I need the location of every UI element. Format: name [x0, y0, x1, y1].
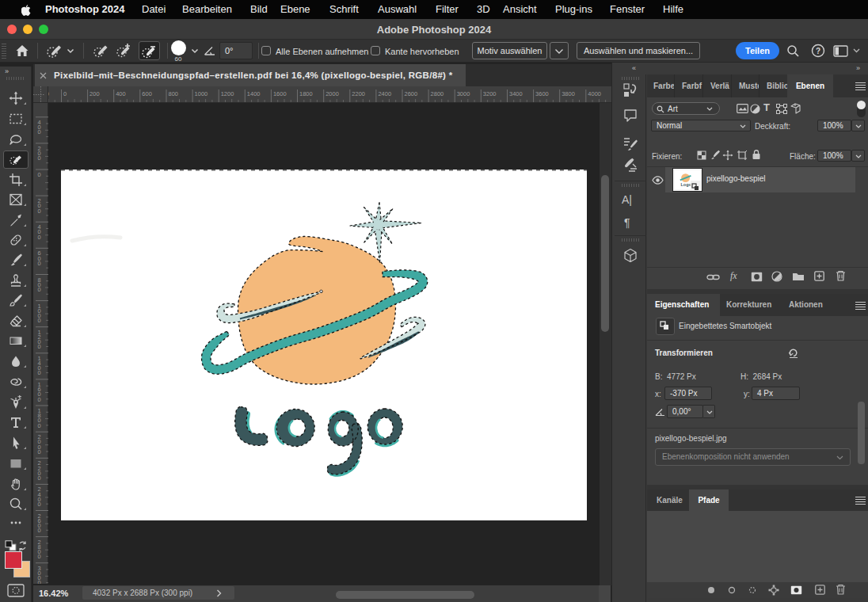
svg-text:2000: 2000 — [38, 433, 41, 455]
svg-text:4000: 4000 — [588, 90, 601, 97]
svg-text:2800: 2800 — [431, 90, 444, 97]
svg-text:3600: 3600 — [535, 90, 549, 97]
svg-text:1000: 1000 — [38, 303, 41, 325]
svg-text:2000: 2000 — [326, 90, 339, 97]
svg-text:3800: 3800 — [562, 90, 575, 97]
svg-text:400: 400 — [38, 223, 41, 240]
svg-text:2800: 2800 — [38, 539, 41, 561]
svg-text:2400: 2400 — [378, 90, 391, 97]
svg-text:1400: 1400 — [38, 355, 41, 377]
svg-text:600: 600 — [142, 90, 152, 97]
svg-text:-200: -200 — [48, 90, 49, 97]
svg-text:0: 0 — [38, 171, 41, 178]
svg-text:2200: 2200 — [38, 459, 41, 482]
svg-text:200: 200 — [89, 90, 100, 97]
svg-text:1800: 1800 — [299, 90, 313, 97]
svg-text:800: 800 — [169, 90, 179, 97]
svg-text:200: 200 — [38, 145, 41, 162]
svg-text:2200: 2200 — [352, 90, 365, 97]
svg-text:2600: 2600 — [405, 90, 418, 97]
svg-text:400: 400 — [38, 119, 41, 135]
svg-text:3000: 3000 — [457, 90, 470, 97]
svg-text:600: 600 — [38, 250, 41, 266]
svg-text:1800: 1800 — [38, 407, 41, 429]
svg-text:1200: 1200 — [38, 329, 41, 351]
svg-text:0: 0 — [63, 90, 67, 97]
svg-text:3200: 3200 — [483, 90, 497, 97]
svg-text:1600: 1600 — [273, 90, 287, 97]
svg-text:200: 200 — [38, 197, 41, 214]
svg-text:2600: 2600 — [38, 512, 41, 535]
svg-text:800: 800 — [38, 276, 41, 293]
svg-text:2400: 2400 — [38, 486, 41, 508]
svg-text:1400: 1400 — [247, 90, 261, 97]
svg-text:?: ? — [816, 47, 820, 55]
svg-text:400: 400 — [116, 90, 126, 97]
svg-text:3400: 3400 — [509, 90, 523, 97]
svg-text:3000: 3000 — [38, 565, 41, 584]
svg-text:1000: 1000 — [195, 90, 208, 97]
svg-text:1200: 1200 — [221, 90, 234, 97]
svg-text:1600: 1600 — [38, 381, 41, 403]
